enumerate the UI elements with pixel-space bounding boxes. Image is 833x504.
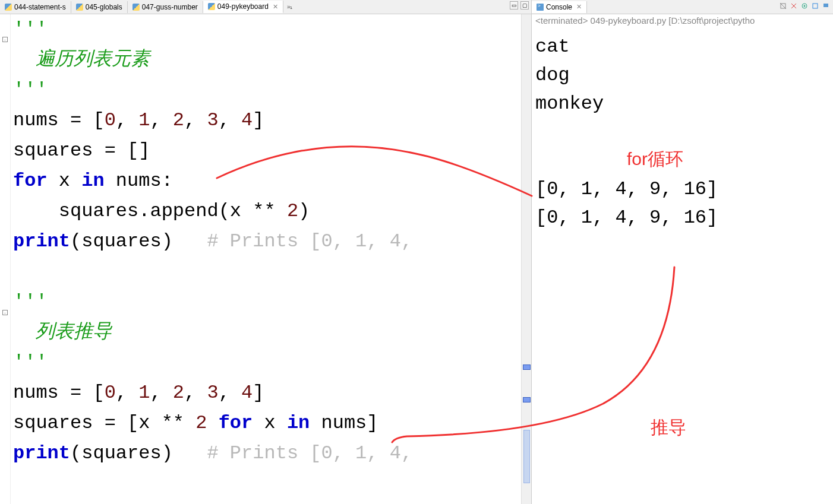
tab-047[interactable]: 047-guss-number <box>128 1 203 13</box>
console-pane: Console ✕ <terminated> 049-pykeyboard.py… <box>532 0 833 504</box>
code-line: ''' <box>13 287 531 317</box>
code-line: squares = [] <box>13 135 531 166</box>
editor-pane: 044-statement-s 045-globals 047-guss-num… <box>0 0 532 504</box>
tab-049[interactable]: 049-pykeyboard ✕ <box>203 1 283 13</box>
terminated-status: <terminated> 049-pykeyboard.py [D:\zsoft… <box>532 14 833 27</box>
pin-console-icon[interactable] <box>800 1 809 11</box>
fold-toggle[interactable]: - <box>2 310 8 315</box>
ide-root: 044-statement-s 045-globals 047-guss-num… <box>0 0 833 504</box>
vertical-scrollbar[interactable] <box>521 14 531 504</box>
editor-tab-bar: 044-statement-s 045-globals 047-guss-num… <box>0 0 531 14</box>
tab-label: 045-globals <box>86 3 122 11</box>
editor-window-controls: ▭ ▢ <box>510 1 529 9</box>
svg-point-5 <box>804 5 806 7</box>
code-line: nums = [0, 1, 2, 3, 4] <box>13 105 531 135</box>
code-line: ''' <box>13 347 531 378</box>
python-file-icon <box>5 4 12 11</box>
code-line: 列表推导 <box>13 317 531 347</box>
code-line: for x in nums: <box>13 166 531 196</box>
code-line: print(squares) # Prints [0, 1, 4, <box>13 226 531 256</box>
console-tab[interactable]: Console ✕ <box>532 1 587 13</box>
svg-rect-7 <box>823 4 828 7</box>
console-line: [0, 1, 4, 9, 16] <box>535 175 829 204</box>
console-line <box>535 118 829 147</box>
editor-gutter[interactable]: - - <box>0 14 11 504</box>
scrollbar-mark <box>523 364 531 370</box>
code-line: ''' <box>13 75 531 105</box>
close-icon[interactable]: ✕ <box>273 3 278 11</box>
code-line: 遍历列表元素 <box>13 45 531 75</box>
console-tab-label: Console <box>546 3 572 11</box>
tab-label: 049-pykeyboard <box>217 2 269 11</box>
code-line: squares.append(x ** 2) <box>13 196 531 226</box>
console-toolbar <box>778 1 831 11</box>
fold-toggle[interactable]: - <box>2 37 8 42</box>
tab-overflow-button[interactable]: »₁ <box>283 2 296 11</box>
tab-045[interactable]: 045-globals <box>71 1 128 13</box>
console-line <box>535 147 829 175</box>
console-icon <box>537 4 544 11</box>
code-line <box>13 256 531 287</box>
python-file-icon <box>76 4 83 11</box>
console-tab-bar: Console ✕ <box>532 0 833 14</box>
console-line: dog <box>535 61 829 90</box>
python-file-icon <box>208 3 215 10</box>
console-line: cat <box>535 33 829 61</box>
console-output[interactable]: catdogmonkey [0, 1, 4, 9, 16][0, 1, 4, 9… <box>532 27 833 238</box>
code-line: squares = [x ** 2 for x in nums] <box>13 408 531 438</box>
code-editor[interactable]: ''' 遍历列表元素'''nums = [0, 1, 2, 3, 4]squar… <box>11 14 531 504</box>
tab-label: 047-guss-number <box>142 3 198 11</box>
close-icon[interactable]: ✕ <box>576 3 582 11</box>
maximize-button[interactable]: ▢ <box>520 1 529 9</box>
code-line: ''' <box>13 14 531 45</box>
annotation-comprehension: 推导 <box>651 416 686 440</box>
remove-all-icon[interactable] <box>789 1 799 11</box>
svg-rect-6 <box>813 4 818 8</box>
console-line: monkey <box>535 90 829 118</box>
scrollbar-mark <box>523 397 531 402</box>
tab-label: 044-statement-s <box>14 3 66 11</box>
code-line: nums = [0, 1, 2, 3, 4] <box>13 378 531 408</box>
code-line: print(squares) # Prints [0, 1, 4, <box>13 438 531 468</box>
editor-body[interactable]: - - ''' 遍历列表元素'''nums = [0, 1, 2, 3, 4]s… <box>0 14 531 504</box>
open-console-dropdown-icon[interactable] <box>821 1 831 11</box>
console-line: [0, 1, 4, 9, 16] <box>535 204 829 232</box>
remove-launch-icon[interactable] <box>778 1 788 11</box>
minimize-button[interactable]: ▭ <box>510 1 518 9</box>
scrollbar-thumb[interactable] <box>523 430 530 483</box>
tab-044[interactable]: 044-statement-s <box>0 1 71 13</box>
display-selected-icon[interactable] <box>810 1 820 11</box>
python-file-icon <box>132 4 140 11</box>
